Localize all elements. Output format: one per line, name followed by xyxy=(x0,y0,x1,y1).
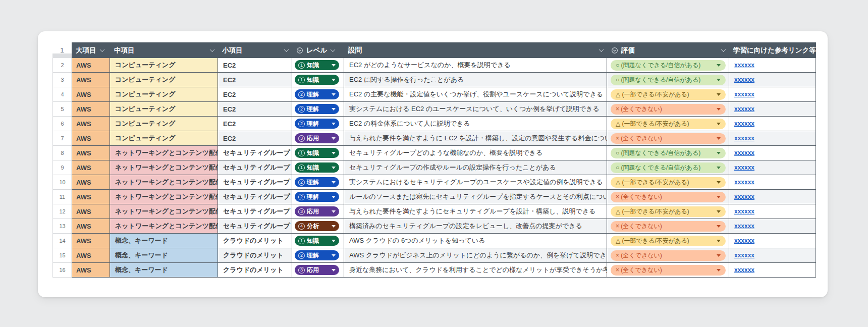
evaluation-dropdown-chip[interactable]: △ (一部できる/不安がある) xyxy=(611,236,726,246)
cell-major-category[interactable]: AWS xyxy=(72,219,110,234)
cell-question[interactable]: ルールのソースまたは宛先にセキュリティグループを指定するケースとその利点について… xyxy=(344,190,607,204)
column-header-question[interactable]: 設問 xyxy=(344,42,607,58)
cell-question[interactable]: 構築済みのセキュリティグループの設定をレビューし、改善点の提案ができる xyxy=(344,219,607,234)
cell-major-category[interactable]: AWS xyxy=(72,117,110,131)
row-number[interactable]: 7 xyxy=(52,131,72,146)
level-dropdown-chip[interactable]: 3 応用 xyxy=(295,133,339,143)
reference-link[interactable]: xxxxxx xyxy=(734,135,754,142)
cell-major-category[interactable]: AWS xyxy=(72,146,110,160)
reference-link[interactable]: xxxxxx xyxy=(734,179,754,186)
reference-link[interactable]: xxxxxx xyxy=(734,76,754,83)
level-dropdown-chip[interactable]: 3 応用 xyxy=(295,265,339,275)
level-dropdown-chip[interactable]: 1 知識 xyxy=(295,148,339,158)
reference-link[interactable]: xxxxxx xyxy=(734,105,754,113)
cell-minor-category[interactable]: クラウドのメリット xyxy=(218,234,292,248)
cell-middle-category[interactable]: 概念、キーワード xyxy=(110,248,218,263)
chevron-down-icon[interactable] xyxy=(331,47,336,52)
reference-link[interactable]: xxxxxx xyxy=(734,62,754,69)
cell-question[interactable]: 身近な業務において、クラウドを利用することでどの様なメリットが享受できそうか考え… xyxy=(344,263,607,278)
column-header-links[interactable]: 学習に向けた参考リンク等 xyxy=(729,42,816,58)
evaluation-dropdown-chip[interactable]: × (全くできない) xyxy=(611,133,726,144)
cell-middle-category[interactable]: コンピューティング xyxy=(110,131,218,146)
cell-minor-category[interactable]: EC2 xyxy=(218,73,292,87)
reference-link[interactable]: xxxxxx xyxy=(734,120,754,127)
row-number[interactable]: 14 xyxy=(52,234,72,248)
evaluation-dropdown-chip[interactable]: ○ (問題なくできる/自信がある) xyxy=(611,75,726,85)
evaluation-dropdown-chip[interactable]: ○ (問題なくできる/自信がある) xyxy=(611,60,726,71)
cell-question[interactable]: EC2 がどのようなサービスなのか、概要を説明できる xyxy=(344,58,607,73)
level-dropdown-chip[interactable]: 2 理解 xyxy=(295,104,339,114)
reference-link[interactable]: xxxxxx xyxy=(734,223,754,230)
cell-question[interactable]: AWS クラウドの 6つのメリットを知っている xyxy=(344,234,607,248)
evaluation-dropdown-chip[interactable]: △ (一部できる/不安がある) xyxy=(611,177,726,188)
cell-major-category[interactable]: AWS xyxy=(72,73,110,87)
cell-major-category[interactable]: AWS xyxy=(72,102,110,117)
cell-minor-category[interactable]: クラウドのメリット xyxy=(218,263,292,278)
chevron-down-icon[interactable] xyxy=(99,47,104,52)
reference-link[interactable]: xxxxxx xyxy=(734,252,754,259)
cell-major-category[interactable]: AWS xyxy=(72,58,110,73)
reference-link[interactable]: xxxxxx xyxy=(734,91,754,98)
cell-minor-category[interactable]: セキュリティグループ xyxy=(218,190,292,204)
row-number[interactable]: 3 xyxy=(52,73,72,87)
level-dropdown-chip[interactable]: 3 応用 xyxy=(295,206,339,216)
level-dropdown-chip[interactable]: 2 理解 xyxy=(295,250,339,260)
cell-major-category[interactable]: AWS xyxy=(72,190,110,204)
chevron-down-icon[interactable] xyxy=(210,47,215,52)
cell-middle-category[interactable]: 概念、キーワード xyxy=(110,234,218,248)
evaluation-dropdown-chip[interactable]: ○ (問題なくできる/自信がある) xyxy=(611,162,726,173)
evaluation-dropdown-chip[interactable]: △ (一部できる/不安がある) xyxy=(611,206,726,217)
row-number[interactable]: 13 xyxy=(52,219,72,234)
cell-middle-category[interactable]: コンピューティング xyxy=(110,58,218,73)
evaluation-dropdown-chip[interactable]: × (全くできない) xyxy=(611,192,726,202)
level-dropdown-chip[interactable]: 4 分析 xyxy=(295,221,339,231)
evaluation-dropdown-chip[interactable]: × (全くできない) xyxy=(611,250,726,261)
cell-minor-category[interactable]: EC2 xyxy=(218,102,292,117)
row-number[interactable]: 6 xyxy=(52,117,72,131)
cell-major-category[interactable]: AWS xyxy=(72,160,110,175)
row-number[interactable]: 2 xyxy=(52,58,72,73)
cell-minor-category[interactable]: EC2 xyxy=(218,131,292,146)
cell-major-category[interactable]: AWS xyxy=(72,248,110,263)
level-dropdown-chip[interactable]: 2 理解 xyxy=(295,89,339,99)
cell-question[interactable]: セキュリティグループどのような機能なのか、概要を説明できる xyxy=(344,146,607,160)
cell-question[interactable]: EC2 に関する操作を行ったことがある xyxy=(344,73,607,87)
cell-minor-category[interactable]: EC2 xyxy=(218,117,292,131)
cell-question[interactable]: セキュリティグループの作成やルールの設定操作を行ったことがある xyxy=(344,160,607,175)
cell-minor-category[interactable]: セキュリティグループ xyxy=(218,175,292,190)
chevron-down-icon[interactable] xyxy=(721,47,726,52)
cell-middle-category[interactable]: コンピューティング xyxy=(110,117,218,131)
header-row-number[interactable]: 1 xyxy=(52,42,72,58)
row-number[interactable]: 12 xyxy=(52,204,72,219)
cell-question[interactable]: 与えられた要件を満たすようにセキュリティグループを設計・構築し、説明できる xyxy=(344,204,607,219)
cell-minor-category[interactable]: セキュリティグループ xyxy=(218,219,292,234)
cell-middle-category[interactable]: コンピューティング xyxy=(110,73,218,87)
evaluation-dropdown-chip[interactable]: △ (一部できる/不安がある) xyxy=(611,119,726,129)
level-dropdown-chip[interactable]: 2 理解 xyxy=(295,177,339,187)
row-number[interactable]: 5 xyxy=(52,102,72,117)
row-number[interactable]: 11 xyxy=(52,190,72,204)
cell-major-category[interactable]: AWS xyxy=(72,234,110,248)
cell-middle-category[interactable]: コンピューティング xyxy=(110,87,218,102)
reference-link[interactable]: xxxxxx xyxy=(734,149,754,156)
cell-minor-category[interactable]: EC2 xyxy=(218,87,292,102)
cell-middle-category[interactable]: ネットワーキングとコンテンツ配信 xyxy=(110,175,218,190)
cell-question[interactable]: AWS クラウドがビジネス上のメリットにどのように繋がるのか、例を挙げて説明でき… xyxy=(344,248,607,263)
level-dropdown-chip[interactable]: 2 理解 xyxy=(295,192,339,202)
row-number[interactable]: 9 xyxy=(52,160,72,175)
cell-middle-category[interactable]: ネットワーキングとコンテンツ配信 xyxy=(110,190,218,204)
cell-middle-category[interactable]: 概念、キーワード xyxy=(110,263,218,278)
reference-link[interactable]: xxxxxx xyxy=(734,193,754,200)
row-number[interactable]: 15 xyxy=(52,248,72,263)
reference-link[interactable]: xxxxxx xyxy=(734,266,754,274)
evaluation-dropdown-chip[interactable]: ○ (問題なくできる/自信がある) xyxy=(611,148,726,158)
cell-question[interactable]: 与えられた要件を満たすように EC2 を設計・構築し、設定の意図や発生する料金に… xyxy=(344,131,607,146)
reference-link[interactable]: xxxxxx xyxy=(734,237,754,244)
evaluation-dropdown-chip[interactable]: × (全くできない) xyxy=(611,221,726,232)
cell-question[interactable]: EC2 の主要な機能・設定値をいくつか挙げ、役割やユースケースについて説明できる xyxy=(344,87,607,102)
chevron-down-icon[interactable] xyxy=(284,47,289,52)
evaluation-dropdown-chip[interactable]: × (全くできない) xyxy=(611,104,726,115)
level-dropdown-chip[interactable]: 1 知識 xyxy=(295,60,339,70)
cell-major-category[interactable]: AWS xyxy=(72,175,110,190)
row-number[interactable]: 16 xyxy=(52,263,72,278)
